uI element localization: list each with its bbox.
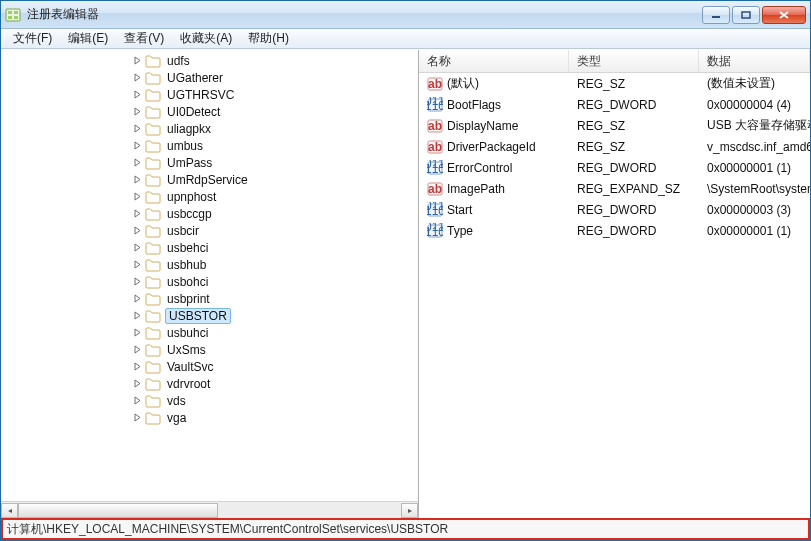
binary-value-icon [427,97,443,113]
column-name[interactable]: 名称 [419,50,569,72]
tree-item[interactable]: udfs [1,52,418,69]
folder-icon [145,105,161,119]
expand-arrow-icon[interactable] [131,276,143,288]
tree-item-label: usbehci [165,241,210,255]
expand-arrow-icon[interactable] [131,361,143,373]
tree-item-label: upnphost [165,190,218,204]
folder-icon [145,292,161,306]
tree-item[interactable]: USBSTOR [1,307,418,324]
value-row[interactable]: DisplayNameREG_SZUSB 大容量存储驱动程序 [419,115,810,136]
expand-arrow-icon[interactable] [131,344,143,356]
value-row[interactable]: BootFlagsREG_DWORD0x00000004 (4) [419,94,810,115]
expand-arrow-icon[interactable] [131,395,143,407]
tree-item[interactable]: umbus [1,137,418,154]
tree-item[interactable]: UGTHRSVC [1,86,418,103]
expand-arrow-icon[interactable] [131,259,143,271]
expand-arrow-icon[interactable] [131,89,143,101]
tree-item[interactable]: UI0Detect [1,103,418,120]
expand-arrow-icon[interactable] [131,293,143,305]
tree-horizontal-scrollbar[interactable]: ◂ ▸ [1,501,418,518]
expand-arrow-icon[interactable] [131,123,143,135]
window: 注册表编辑器 文件(F) 编辑(E) 查看(V) 收藏夹(A) 帮助(H) ud… [1,1,810,540]
expand-arrow-icon[interactable] [131,106,143,118]
tree-item-label: usbohci [165,275,210,289]
titlebar[interactable]: 注册表编辑器 [1,1,810,29]
binary-value-icon [427,223,443,239]
minimize-button[interactable] [702,6,730,24]
tree-item[interactable]: uliagpkx [1,120,418,137]
tree-item[interactable]: usbhub [1,256,418,273]
value-data: USB 大容量存储驱动程序 [707,117,810,134]
tree-item[interactable]: usbohci [1,273,418,290]
value-row[interactable]: ErrorControlREG_DWORD0x00000001 (1) [419,157,810,178]
value-type: REG_SZ [577,140,625,154]
expand-arrow-icon[interactable] [131,378,143,390]
close-button[interactable] [762,6,806,24]
value-row[interactable]: (默认)REG_SZ(数值未设置) [419,73,810,94]
tree-item[interactable]: usbccgp [1,205,418,222]
column-data[interactable]: 数据 [699,50,810,72]
tree-item[interactable]: UxSms [1,341,418,358]
value-data: \SystemRoot\system32 [707,182,810,196]
value-row[interactable]: ImagePathREG_EXPAND_SZ\SystemRoot\system… [419,178,810,199]
column-type[interactable]: 类型 [569,50,699,72]
menu-fav[interactable]: 收藏夹(A) [172,29,240,48]
folder-icon [145,224,161,238]
scroll-left-button[interactable]: ◂ [1,503,18,518]
values-pane[interactable]: 名称 类型 数据 (默认)REG_SZ(数值未设置)BootFlagsREG_D… [419,50,810,518]
list-header[interactable]: 名称 类型 数据 [419,50,810,73]
tree-item[interactable]: vds [1,392,418,409]
expand-arrow-icon[interactable] [131,412,143,424]
folder-icon [145,173,161,187]
string-value-icon [427,76,443,92]
scroll-right-button[interactable]: ▸ [401,503,418,518]
expand-arrow-icon[interactable] [131,55,143,67]
tree-item[interactable]: usbuhci [1,324,418,341]
tree-item[interactable]: usbprint [1,290,418,307]
folder-icon [145,190,161,204]
string-value-icon [427,118,443,134]
value-name: Type [447,224,473,238]
tree-item[interactable]: UmPass [1,154,418,171]
folder-icon [145,54,161,68]
value-name: Start [447,203,472,217]
expand-arrow-icon[interactable] [131,140,143,152]
tree-item[interactable]: usbehci [1,239,418,256]
tree-item[interactable]: upnphost [1,188,418,205]
expand-arrow-icon[interactable] [131,191,143,203]
value-data: 0x00000004 (4) [707,98,791,112]
window-title: 注册表编辑器 [27,6,702,23]
expand-arrow-icon[interactable] [131,174,143,186]
expand-arrow-icon[interactable] [131,72,143,84]
expand-arrow-icon[interactable] [131,310,143,322]
tree-item-label: usbccgp [165,207,214,221]
expand-arrow-icon[interactable] [131,225,143,237]
value-row[interactable]: DriverPackageIdREG_SZv_mscdsc.inf_amd64_… [419,136,810,157]
tree-item-label: usbhub [165,258,208,272]
tree-item[interactable]: VaultSvc [1,358,418,375]
value-type: REG_DWORD [577,161,656,175]
statusbar-path: 计算机\HKEY_LOCAL_MACHINE\SYSTEM\CurrentCon… [7,521,448,538]
expand-arrow-icon[interactable] [131,208,143,220]
value-row[interactable]: TypeREG_DWORD0x00000001 (1) [419,220,810,241]
tree-item[interactable]: UGatherer [1,69,418,86]
scroll-track[interactable] [18,503,401,518]
expand-arrow-icon[interactable] [131,327,143,339]
tree-item[interactable]: UmRdpService [1,171,418,188]
scroll-thumb[interactable] [18,503,218,518]
value-row[interactable]: StartREG_DWORD0x00000003 (3) [419,199,810,220]
tree-item[interactable]: vga [1,409,418,426]
expand-arrow-icon[interactable] [131,157,143,169]
tree-item[interactable]: usbcir [1,222,418,239]
expand-arrow-icon[interactable] [131,242,143,254]
menu-help[interactable]: 帮助(H) [240,29,297,48]
menu-file[interactable]: 文件(F) [5,29,60,48]
tree-pane[interactable]: udfsUGathererUGTHRSVCUI0Detectuliagpkxum… [1,50,419,518]
folder-icon [145,258,161,272]
maximize-button[interactable] [732,6,760,24]
menu-edit[interactable]: 编辑(E) [60,29,116,48]
menu-view[interactable]: 查看(V) [116,29,172,48]
list-body[interactable]: (默认)REG_SZ(数值未设置)BootFlagsREG_DWORD0x000… [419,73,810,518]
binary-value-icon [427,160,443,176]
tree-item[interactable]: vdrvroot [1,375,418,392]
